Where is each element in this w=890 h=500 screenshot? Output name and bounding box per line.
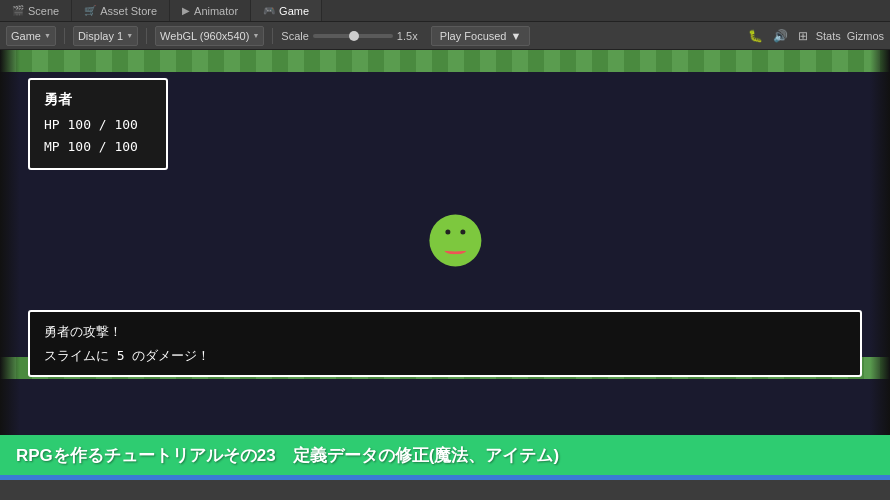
green-pattern-top — [0, 50, 890, 72]
slime-face — [429, 214, 481, 266]
game-icon: 🎮 — [263, 5, 275, 16]
grid-icon[interactable]: ⊞ — [796, 27, 810, 45]
blue-strip — [0, 475, 890, 480]
toolbar-icons: 🐛 🔊 ⊞ Stats Gizmos — [746, 27, 884, 45]
tab-game[interactable]: 🎮 Game — [251, 0, 322, 21]
audio-icon[interactable]: 🔊 — [771, 27, 790, 45]
slime-eye-right — [460, 229, 465, 234]
slime-eye-left — [445, 229, 450, 234]
scale-control: Scale 1.5x — [281, 30, 425, 42]
status-box: 勇者 HP 100 / 100 MP 100 / 100 — [28, 78, 168, 170]
play-focused-button[interactable]: Play Focused ▼ — [431, 26, 531, 46]
battle-line-1: 勇者の攻撃！ — [44, 320, 846, 343]
slime-mouth — [444, 246, 466, 254]
toolbar-separator-2 — [146, 28, 147, 44]
mp-row: MP 100 / 100 — [44, 136, 152, 158]
hp-row: HP 100 / 100 — [44, 114, 152, 136]
bottom-banner: RPGを作るチュートリアルその23 定義データの修正(魔法、アイテム) — [0, 435, 890, 475]
player-name: 勇者 — [44, 88, 152, 112]
gizmos-label[interactable]: Gizmos — [847, 30, 884, 42]
scale-slider-thumb — [349, 31, 359, 41]
scene-icon: 🎬 — [12, 5, 24, 16]
battle-text-box: 勇者の攻撃！ スライムに 5 のダメージ！ — [28, 310, 862, 377]
display-dropdown[interactable]: Display 1 ▼ — [73, 26, 138, 46]
tab-animator[interactable]: ▶ Animator — [170, 0, 251, 21]
play-focused-arrow: ▼ — [511, 30, 522, 42]
scale-label: Scale — [281, 30, 309, 42]
stats-label[interactable]: Stats — [816, 30, 841, 42]
animator-icon: ▶ — [182, 5, 190, 16]
webgl-dropdown-arrow: ▼ — [252, 32, 259, 39]
battle-line-2: スライムに 5 のダメージ！ — [44, 344, 846, 367]
slime-eyes — [445, 229, 465, 234]
toolbar-separator-1 — [64, 28, 65, 44]
game-dropdown-arrow: ▼ — [44, 32, 51, 39]
display-dropdown-arrow: ▼ — [126, 32, 133, 39]
bug-icon[interactable]: 🐛 — [746, 27, 765, 45]
slime-character — [429, 214, 481, 266]
scale-slider[interactable] — [313, 34, 393, 38]
green-strip-top — [0, 50, 890, 72]
tab-scene[interactable]: 🎬 Scene — [0, 0, 72, 21]
game-viewport: 勇者 HP 100 / 100 MP 100 / 100 — [0, 50, 890, 435]
tab-bar: 🎬 Scene 🛒 Asset Store ▶ Animator 🎮 Game — [0, 0, 890, 22]
scale-value: 1.5x — [397, 30, 425, 42]
banner-text: RPGを作るチュートリアルその23 定義データの修正(魔法、アイテム) — [16, 444, 559, 467]
toolbar-separator-3 — [272, 28, 273, 44]
game-dropdown[interactable]: Game ▼ — [6, 26, 56, 46]
toolbar: Game ▼ Display 1 ▼ WebGL (960x540) ▼ Sca… — [0, 22, 890, 50]
asset-store-icon: 🛒 — [84, 5, 96, 16]
webgl-dropdown[interactable]: WebGL (960x540) ▼ — [155, 26, 264, 46]
tab-asset-store[interactable]: 🛒 Asset Store — [72, 0, 170, 21]
